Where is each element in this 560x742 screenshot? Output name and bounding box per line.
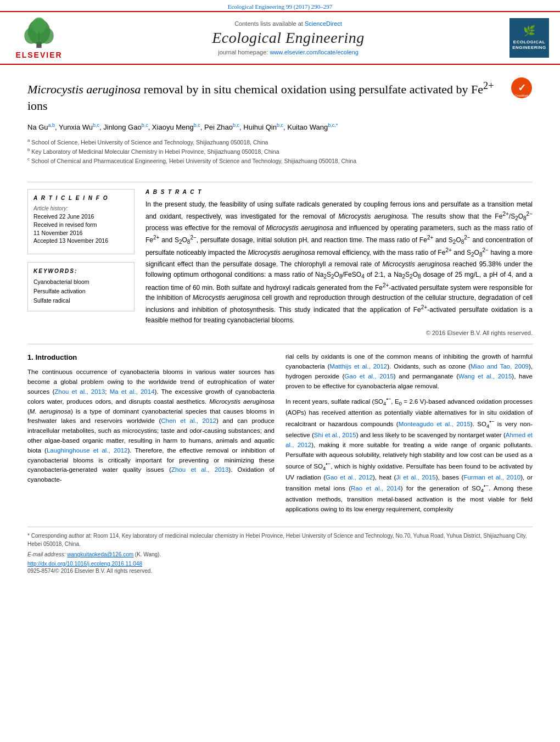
journal-reference: Ecological Engineering 99 (2017) 290–297 xyxy=(228,3,333,10)
journal-title: Ecological Engineering xyxy=(69,29,507,47)
received-date: Received 22 June 2016 xyxy=(33,213,128,221)
body-section: 1. Introduction The continuous occurrenc… xyxy=(27,344,533,519)
svg-text:✓: ✓ xyxy=(518,82,526,93)
ref-gao2015: Gao et al., 2015 xyxy=(344,373,393,380)
affiliation-c: c School of Chemical and Pharmaceutical … xyxy=(27,156,533,165)
ee-logo-icon: 🌿 xyxy=(523,25,536,37)
ee-logo-box: 🌿 ECOLOGICAL ENGINEERING xyxy=(509,18,549,58)
abstract-section: A B S T R A C T In the present study, th… xyxy=(145,189,533,336)
ref-gao2012: Gao et al., 2012 xyxy=(326,474,373,481)
authors-line: Na Gua,b, Yunxia Wub,c, Jinlong Gaob,c, … xyxy=(27,122,533,133)
ref-miao: Miao and Tao, 2009 xyxy=(471,363,529,370)
homepage-link[interactable]: www.elsevier.com/locate/ecoleng xyxy=(270,49,358,55)
journal-reference-bar: Ecological Engineering 99 (2017) 290–297 xyxy=(0,0,560,11)
abstract-text: In the present study, the feasibility of… xyxy=(145,199,533,325)
affiliations: a School of Science, Hebei University of… xyxy=(27,137,533,166)
keywords-box: Keywords: Cyanobacterial bloom Persulfat… xyxy=(27,262,135,311)
body-col-left: 1. Introduction The continuous occurrenc… xyxy=(27,352,275,519)
sciencedirect-link[interactable]: ScienceDirect xyxy=(305,20,342,27)
right-column: A B S T R A C T In the present study, th… xyxy=(145,189,533,336)
ee-logo-text-1: ECOLOGICAL xyxy=(513,40,545,45)
doi-line: http://dx.doi.org/10.1016/j.ecoleng.2016… xyxy=(27,561,533,567)
doi-link[interactable]: http://dx.doi.org/10.1016/j.ecoleng.2016… xyxy=(27,561,142,567)
ref-furman: Furman et al., 2010 xyxy=(463,474,520,481)
email-link[interactable]: wangkuitaokeda@126.com xyxy=(67,551,133,557)
article-info-box: A R T I C L E I N F O Article history: R… xyxy=(27,189,135,254)
ee-logo-block: 🌿 ECOLOGICAL ENGINEERING xyxy=(507,18,551,58)
crossmark-icon: ✓ CrossMark xyxy=(511,77,533,99)
accepted-date: Accepted 13 November 2016 xyxy=(33,237,128,245)
received-revised-date: 11 November 2016 xyxy=(33,229,128,237)
abstract-header: A B S T R A C T xyxy=(145,189,533,195)
intro-heading: 1. Introduction xyxy=(27,352,275,363)
keywords-title: Keywords: xyxy=(33,268,128,274)
history-label: Article history: xyxy=(33,205,128,211)
copyright-notice: © 2016 Elsevier B.V. All rights reserved… xyxy=(145,330,533,336)
body-col-right: rial cells by oxidants is one of the com… xyxy=(285,352,533,519)
article-title-section: ✓ CrossMark Microcystis aeruginosa remov… xyxy=(27,74,533,174)
ref-matthijs: Matthijs et al., 2012 xyxy=(329,363,387,370)
contents-line: Contents lists available at ScienceDirec… xyxy=(69,20,507,27)
article-history-block: Article history: Received 22 June 2016 R… xyxy=(33,205,128,245)
info-abstract-section: A R T I C L E I N F O Article history: R… xyxy=(27,182,533,336)
article-title-species: Microcystis aeruginosa xyxy=(27,82,141,96)
ref-ji2015: Ji et al., 2015 xyxy=(396,474,435,481)
intro-p1: The continuous occurrence of cyanobacter… xyxy=(27,367,275,485)
ref-chen2012: Chen et al., 2012 xyxy=(161,417,216,424)
page: Ecological Engineering 99 (2017) 290–297… xyxy=(0,0,560,742)
email-note: E-mail address: wangkuitaokeda@126.com (… xyxy=(27,550,533,559)
keyword-1: Cyanobacterial bloom xyxy=(33,277,128,287)
corresponding-author-note: * Corresponding author at: Room 114, Key… xyxy=(27,532,533,548)
article-info-title: A R T I C L E I N F O xyxy=(33,195,128,201)
keyword-2: Persulfate activation xyxy=(33,287,128,296)
ref-shi2015: Shi et al., 2015 xyxy=(314,432,356,438)
footer-section: * Corresponding author at: Room 114, Key… xyxy=(27,527,533,574)
left-column: A R T I C L E I N F O Article history: R… xyxy=(27,189,135,336)
elsevier-tree-icon xyxy=(17,16,61,49)
ref-laughinghouse: Laughinghouse et al., 2012 xyxy=(47,447,128,454)
ref-monteagudo: Monteagudo et al., 2015 xyxy=(399,421,471,427)
affiliation-a: a School of Science, Hebei University of… xyxy=(27,137,533,147)
ref-wang2015: Wang et al., 2015 xyxy=(458,373,512,380)
intro-p3: In recent years, sulfate radical (SO4•−,… xyxy=(285,395,533,515)
affiliation-b: b Key Laboratory of Medicinal Molecular … xyxy=(27,147,533,156)
ref-ma2014: Ma et al., 2014 xyxy=(110,388,155,395)
main-content: ✓ CrossMark Microcystis aeruginosa remov… xyxy=(0,65,560,583)
received-revised-label: Received in revised form xyxy=(33,221,128,229)
elsevier-wordmark: ELSEVIER xyxy=(15,51,62,59)
ee-logo-text-2: ENGINEERING xyxy=(512,45,546,51)
svg-text:CrossMark: CrossMark xyxy=(515,94,529,97)
intro-p2: rial cells by oxidants is one of the com… xyxy=(285,352,533,391)
keyword-3: Sulfate radical xyxy=(33,296,128,305)
journal-center-block: Contents lists available at ScienceDirec… xyxy=(69,20,507,55)
journal-header: ELSEVIER Contents lists available at Sci… xyxy=(0,11,560,65)
ref-zhou2013b: Zhou et al., 2013 xyxy=(171,466,228,473)
body-two-col: 1. Introduction The continuous occurrenc… xyxy=(27,352,533,519)
homepage-line: journal homepage: www.elsevier.com/locat… xyxy=(69,49,507,55)
crossmark-badge: ✓ CrossMark xyxy=(511,77,533,101)
svg-point-4 xyxy=(32,18,46,34)
issn-line: 0925-8574/© 2016 Elsevier B.V. All right… xyxy=(27,568,533,574)
article-title: Microcystis aeruginosa removal by in sit… xyxy=(27,79,533,114)
ref-rao2014: Rao et al., 2014 xyxy=(351,485,401,492)
ref-zhou2013: Zhou et al., 2013 xyxy=(54,388,105,395)
elsevier-logo-block: ELSEVIER xyxy=(9,16,69,59)
